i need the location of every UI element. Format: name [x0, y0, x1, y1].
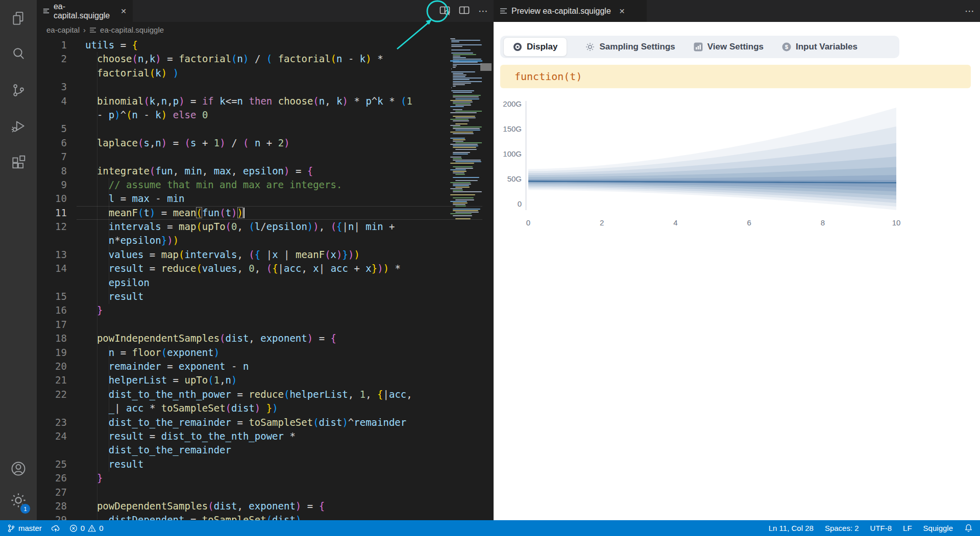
- code-row[interactable]: [85, 80, 451, 94]
- minimap-line: [453, 160, 481, 161]
- preview-webview: Display Sampling Settings View Settings …: [494, 22, 980, 520]
- minimap-line: [455, 206, 466, 207]
- minimap-line: [455, 199, 474, 200]
- scrollbar-handle[interactable]: [480, 63, 492, 71]
- minimap-line: [450, 106, 464, 107]
- minimap-line: [453, 191, 482, 192]
- warnings-icon: [88, 524, 96, 532]
- minimap-line: [453, 184, 471, 185]
- tab-input-variables[interactable]: $ Input Variables: [782, 42, 857, 52]
- encoding[interactable]: UTF-8: [870, 524, 892, 532]
- y-tick-label: 200G: [496, 99, 522, 108]
- git-branch-item[interactable]: master: [7, 524, 42, 532]
- accounts-icon[interactable]: [0, 454, 37, 483]
- cursor-position[interactable]: Ln 11, Col 28: [769, 524, 814, 532]
- explorer-icon[interactable]: [0, 4, 37, 34]
- code-row[interactable]: _| acc * toSampleSet(dist) }): [85, 401, 451, 415]
- code-row[interactable]: binomial(k,n,p) = if k<=n then choose(n,…: [85, 94, 451, 108]
- minimap-line: [451, 44, 482, 45]
- code-row[interactable]: remainder = exponent - n: [85, 360, 451, 373]
- minimap-line: [453, 78, 482, 79]
- code-row[interactable]: result: [85, 457, 451, 471]
- problems-item[interactable]: 0 0: [69, 524, 104, 532]
- minimap-line: [451, 87, 452, 88]
- code-row[interactable]: powIndependentSamples(dist, exponent) = …: [85, 331, 451, 345]
- code-row[interactable]: // assume that min and max are integers.: [85, 178, 451, 192]
- code-row[interactable]: [85, 122, 451, 136]
- code-row[interactable]: values = map(intervals, ({ |x | meanF(x)…: [85, 248, 451, 262]
- code-row[interactable]: result: [85, 290, 451, 303]
- minimap[interactable]: [450, 38, 482, 258]
- code-row[interactable]: }: [85, 471, 451, 485]
- code-row[interactable]: [85, 486, 451, 499]
- code-row[interactable]: l = max - min: [85, 192, 451, 206]
- tab-display[interactable]: Display: [503, 37, 567, 57]
- breadcrumb-file[interactable]: ea-capital.squiggle: [100, 25, 164, 34]
- code-row[interactable]: dist_to_the_remainder = toSampleSet(dist…: [85, 416, 451, 429]
- minimap-line: [450, 188, 462, 189]
- indentation[interactable]: Spaces: 2: [825, 524, 859, 532]
- minimap-line: [453, 209, 480, 210]
- close-icon[interactable]: ✕: [120, 7, 127, 15]
- code-row[interactable]: }: [85, 303, 451, 317]
- code-row[interactable]: n*epsilon})): [85, 234, 451, 247]
- code-row[interactable]: helperList = upTo(1,n): [85, 373, 451, 387]
- minimap-line: [450, 132, 473, 133]
- settings-badge: 1: [20, 503, 31, 514]
- code-row[interactable]: epsilon: [85, 276, 451, 290]
- fan-chart: [528, 100, 898, 213]
- language-mode[interactable]: Squiggle: [923, 524, 953, 532]
- function-banner-label: function(t): [514, 70, 582, 83]
- search-icon[interactable]: [0, 39, 37, 68]
- minimap-line: [453, 96, 479, 97]
- x-tick-label: 0: [518, 218, 538, 227]
- minimap-line: [450, 182, 471, 183]
- source-control-icon[interactable]: [0, 75, 37, 105]
- tab-view-settings[interactable]: View Settings: [694, 42, 764, 52]
- eol[interactable]: LF: [903, 524, 912, 532]
- code-row[interactable]: [85, 318, 451, 331]
- code-row[interactable]: [85, 150, 451, 164]
- minimap-line: [455, 212, 479, 213]
- minimap-line: [450, 38, 455, 39]
- code-row[interactable]: - p)^(n - k) else 0: [85, 108, 451, 122]
- minimap-line: [453, 79, 470, 80]
- code-row[interactable]: result = dist_to_the_nth_power *: [85, 429, 451, 443]
- minimap-line: [453, 73, 464, 74]
- code-row[interactable]: powDependentSamples(dist, exponent) = {: [85, 499, 451, 513]
- code-row[interactable]: integrate(fun, min, max, epsilon) = {: [85, 164, 451, 178]
- y-tick-label: 150G: [496, 124, 522, 133]
- breadcrumb[interactable]: ea-capital › ea-capital.squiggle: [37, 22, 503, 38]
- editor-code[interactable]: utils = { choose(n,k) = factorial(n) / (…: [85, 38, 451, 520]
- code-row[interactable]: utils = {: [85, 38, 451, 52]
- run-debug-icon[interactable]: [0, 111, 37, 141]
- breadcrumb-folder[interactable]: ea-capital: [46, 25, 80, 34]
- code-row[interactable]: factorial(k) ): [85, 66, 451, 80]
- publish-item[interactable]: [51, 524, 60, 532]
- notifications-bell-icon[interactable]: [964, 524, 973, 532]
- code-row[interactable]: intervals = map(upTo(0, (l/epsilon)), ({…: [85, 220, 451, 234]
- minimap-line: [453, 172, 464, 173]
- code-row[interactable]: laplace(s,n) = (s + 1) / ( n + 2): [85, 136, 451, 150]
- tab-sampling-settings[interactable]: Sampling Settings: [585, 42, 675, 52]
- tab-preview[interactable]: Preview ea-capital.squiggle ✕: [494, 0, 647, 22]
- code-row[interactable]: n = floor(exponent): [85, 346, 451, 360]
- split-editor-icon[interactable]: [459, 6, 470, 16]
- code-row[interactable]: choose(n,k) = factorial(n) / ( factorial…: [85, 52, 451, 66]
- minimap-line: [451, 71, 475, 72]
- minimap-line: [453, 166, 473, 167]
- tab-ea-capital-squiggle[interactable]: ea-capital.squiggle ✕: [37, 0, 133, 22]
- extensions-icon[interactable]: [0, 147, 37, 176]
- settings-gear-icon[interactable]: 1: [0, 486, 37, 515]
- tab-view-settings-label: View Settings: [707, 42, 764, 52]
- code-row[interactable]: dist_to_the_nth_power = reduce(helperLis…: [85, 388, 451, 401]
- code-row[interactable]: distDependent = toSampleSet(dist): [85, 513, 451, 520]
- editor-gutter: 12 34 56789101112 1314 1516171819202122 …: [37, 38, 85, 520]
- more-actions-icon[interactable]: ⋯: [965, 5, 975, 17]
- more-actions-icon[interactable]: ⋯: [478, 5, 488, 17]
- open-preview-side-icon[interactable]: [439, 6, 451, 16]
- code-row[interactable]: meanF(t) = mean(fun(t)): [85, 206, 451, 220]
- code-row[interactable]: dist_to_the_remainder: [85, 443, 451, 457]
- close-icon[interactable]: ✕: [619, 7, 625, 15]
- code-row[interactable]: result = reduce(values, 0, ({|acc, x| ac…: [85, 262, 451, 275]
